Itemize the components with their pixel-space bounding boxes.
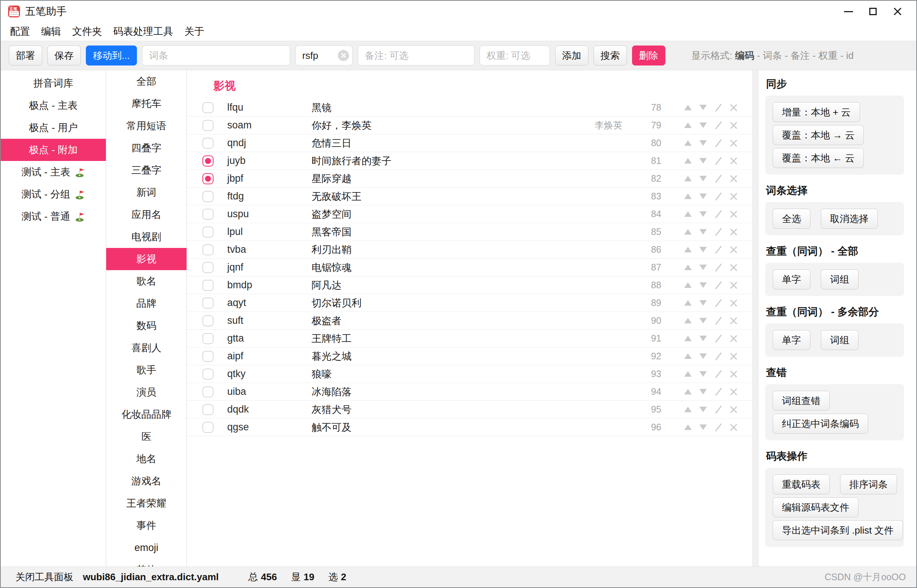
edit-icon[interactable] (714, 369, 723, 379)
move-up-icon[interactable] (683, 121, 693, 130)
row-checkbox[interactable] (202, 244, 213, 255)
move-down-icon[interactable] (699, 263, 707, 272)
edit-icon[interactable] (714, 387, 723, 397)
panel-button[interactable]: 覆盖：本地 → 云 (773, 125, 864, 145)
category-sidebar-item[interactable]: 品牌 (106, 292, 187, 315)
category-sidebar-item[interactable]: 应用名 (106, 204, 187, 226)
close-tools-panel-button[interactable]: 关闭工具面板 (16, 570, 73, 583)
category-sidebar-item[interactable]: 游戏名 (106, 470, 187, 492)
menu-item[interactable]: 配置 (5, 23, 36, 40)
move-down-icon[interactable] (699, 281, 707, 290)
save-button[interactable]: 保存 (47, 45, 81, 66)
category-sidebar-item[interactable]: 医 (106, 426, 187, 448)
move-up-icon[interactable] (683, 298, 693, 308)
move-down-icon[interactable] (699, 352, 707, 361)
panel-button[interactable]: 编辑源码表文件 (773, 498, 859, 517)
delete-icon[interactable] (729, 352, 738, 361)
delete-icon[interactable] (729, 387, 738, 397)
panel-button[interactable]: 取消选择 (821, 209, 878, 229)
panel-button[interactable]: 纠正选中词条编码 (773, 414, 868, 434)
edit-icon[interactable] (714, 121, 723, 130)
category-sidebar-item[interactable]: 数码 (106, 315, 187, 337)
panel-button[interactable]: 全选 (773, 209, 810, 229)
panel-button[interactable]: 词组 (821, 270, 859, 289)
maximize-button[interactable] (861, 2, 885, 21)
move-down-icon[interactable] (699, 387, 707, 397)
panel-button[interactable]: 词组查错 (773, 391, 830, 411)
panel-button[interactable]: 增量：本地 + 云 (773, 102, 860, 122)
weight-input[interactable] (479, 45, 550, 66)
minimize-button[interactable] (836, 2, 861, 21)
row-checkbox[interactable] (202, 120, 213, 131)
category-sidebar-item[interactable]: 新词 (106, 181, 187, 204)
category-sidebar-item[interactable]: 三叠字 (106, 159, 187, 181)
category-sidebar-item[interactable]: emoji (106, 536, 187, 559)
dict-sidebar-item[interactable]: 测试 - 分组 (1, 183, 106, 205)
delete-icon[interactable] (729, 281, 738, 290)
move-down-icon[interactable] (699, 316, 707, 326)
row-checkbox[interactable] (202, 155, 213, 166)
delete-icon[interactable] (729, 334, 738, 343)
move-up-icon[interactable] (683, 316, 693, 326)
row-checkbox[interactable] (202, 280, 213, 291)
row-checkbox[interactable] (202, 404, 213, 415)
delete-icon[interactable] (729, 405, 738, 414)
move-down-icon[interactable] (699, 138, 707, 148)
category-sidebar-item[interactable]: 地名 (106, 448, 187, 470)
delete-icon[interactable] (729, 227, 738, 237)
panel-button[interactable]: 覆盖：本地 ← 云 (773, 148, 864, 168)
row-checkbox[interactable] (202, 173, 213, 184)
row-checkbox[interactable] (202, 226, 213, 237)
category-sidebar-item[interactable]: 影视 (106, 248, 187, 270)
move-down-icon[interactable] (699, 227, 707, 237)
delete-icon[interactable] (729, 121, 738, 130)
edit-icon[interactable] (714, 298, 723, 308)
panel-button[interactable]: 词组 (821, 330, 859, 350)
edit-icon[interactable] (714, 210, 723, 219)
move-up-icon[interactable] (683, 245, 693, 255)
move-down-icon[interactable] (699, 334, 707, 343)
row-checkbox[interactable] (202, 351, 213, 362)
row-checkbox[interactable] (202, 333, 213, 344)
dict-sidebar-item[interactable]: 拼音词库 (1, 72, 106, 94)
move-up-icon[interactable] (683, 263, 693, 272)
deploy-button[interactable]: 部署 (9, 45, 42, 66)
dict-sidebar-item[interactable]: 极点 - 主表 (1, 94, 106, 116)
move-down-icon[interactable] (699, 298, 707, 308)
menu-item[interactable]: 文件夹 (66, 23, 108, 40)
dict-sidebar-item[interactable]: 测试 - 主表 (1, 161, 106, 183)
edit-icon[interactable] (714, 103, 723, 113)
edit-icon[interactable] (714, 423, 723, 432)
delete-icon[interactable] (729, 316, 738, 326)
menu-item[interactable]: 码表处理工具 (108, 23, 179, 40)
move-down-icon[interactable] (699, 192, 707, 201)
move-up-icon[interactable] (683, 174, 693, 184)
move-up-icon[interactable] (683, 387, 693, 397)
edit-icon[interactable] (714, 405, 723, 414)
category-sidebar-item[interactable]: 歌名 (106, 270, 187, 292)
dict-sidebar-item[interactable]: 极点 - 用户 (1, 116, 106, 139)
search-button[interactable]: 搜索 (594, 45, 627, 66)
edit-icon[interactable] (714, 281, 723, 290)
category-sidebar-item[interactable]: 其他 (106, 559, 187, 567)
category-sidebar-item[interactable]: 摩托车 (106, 92, 187, 115)
edit-icon[interactable] (714, 334, 723, 343)
edit-icon[interactable] (714, 227, 723, 237)
row-checkbox[interactable] (202, 368, 213, 380)
move-up-icon[interactable] (683, 192, 693, 201)
category-sidebar-item[interactable]: 演员 (106, 381, 187, 403)
move-up-icon[interactable] (683, 405, 693, 414)
panel-button[interactable]: 单字 (773, 330, 810, 350)
delete-icon[interactable] (729, 210, 738, 219)
move-down-icon[interactable] (699, 121, 707, 130)
delete-icon[interactable] (729, 423, 738, 432)
row-checkbox[interactable] (202, 315, 213, 326)
category-sidebar-item[interactable]: 全部 (106, 70, 187, 92)
add-button[interactable]: 添加 (555, 45, 588, 66)
delete-icon[interactable] (729, 138, 738, 148)
row-checkbox[interactable] (202, 191, 213, 202)
move-to-button[interactable]: 移动到... (86, 45, 137, 66)
delete-icon[interactable] (729, 263, 738, 272)
move-down-icon[interactable] (699, 174, 707, 184)
move-up-icon[interactable] (683, 369, 693, 379)
